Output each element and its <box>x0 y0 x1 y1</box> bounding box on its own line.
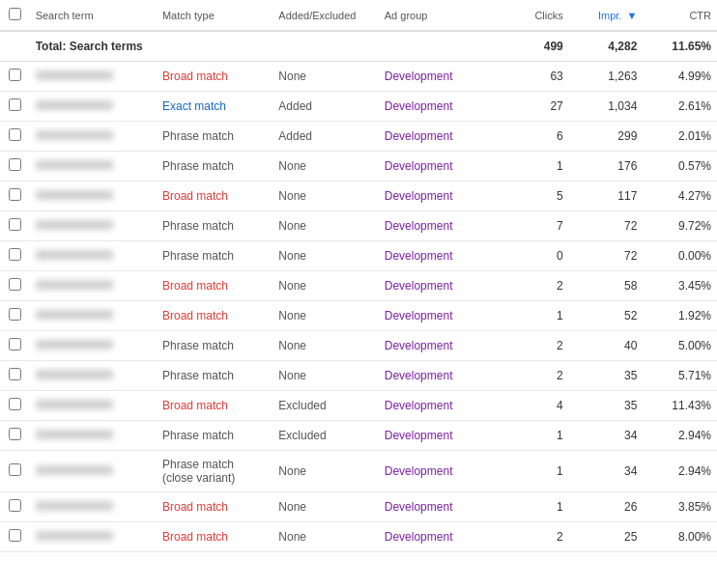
ctr-cell: 2.94% <box>643 451 717 492</box>
table-row: Broad matchNoneDevelopment631,2634.99% <box>0 62 717 92</box>
row-checkbox-cell[interactable] <box>0 152 30 182</box>
match-type-value: Phrase match <box>162 219 234 233</box>
select-all-checkbox[interactable] <box>9 8 21 20</box>
row-checkbox-cell[interactable] <box>0 271 30 301</box>
ad-group-cell[interactable]: Development <box>379 182 505 211</box>
ad-group-link[interactable]: Development <box>385 249 453 263</box>
row-checkbox-cell[interactable] <box>0 241 30 271</box>
match-type-value: Broad match <box>162 309 228 322</box>
clicks-cell: 1 <box>505 301 569 331</box>
ad-group-cell[interactable]: Development <box>379 522 505 552</box>
search-term-cell <box>30 301 157 331</box>
ad-group-link[interactable]: Development <box>385 219 453 233</box>
row-checkbox[interactable] <box>9 158 21 171</box>
row-checkbox[interactable] <box>9 428 21 440</box>
added-excluded-cell: None <box>272 522 378 552</box>
ctr-cell: 2.01% <box>643 122 717 152</box>
match-type-value: Phrase match <box>162 429 234 442</box>
table-row: Broad matchNoneDevelopment2258.00% <box>0 522 717 552</box>
ad-group-link[interactable]: Development <box>385 464 453 478</box>
total-row: Total: Search terms 499 4,282 11.65% <box>0 31 717 62</box>
clicks-cell: 2 <box>505 331 569 361</box>
ad-group-cell[interactable]: Development <box>379 152 505 182</box>
ad-group-link[interactable]: Development <box>385 530 453 544</box>
row-checkbox[interactable] <box>9 499 21 512</box>
row-checkbox-cell[interactable] <box>0 62 30 92</box>
row-checkbox-cell[interactable] <box>0 522 30 552</box>
ad-group-cell[interactable]: Development <box>379 492 505 522</box>
ad-group-cell[interactable]: Development <box>379 241 505 271</box>
row-checkbox[interactable] <box>9 463 21 476</box>
match-type-cell: Broad match <box>157 492 272 522</box>
row-checkbox[interactable] <box>9 248 21 261</box>
search-term-cell <box>30 241 157 271</box>
ad-group-link[interactable]: Development <box>385 369 453 382</box>
row-checkbox[interactable] <box>9 188 21 201</box>
ad-group-cell[interactable]: Development <box>379 92 505 122</box>
row-checkbox-cell[interactable] <box>0 421 30 451</box>
added-excluded-cell: None <box>272 301 378 331</box>
impr-sort-arrow: ▼ <box>626 10 637 21</box>
search-term-cell <box>30 62 157 92</box>
row-checkbox-cell[interactable] <box>0 122 30 152</box>
row-checkbox-cell[interactable] <box>0 331 30 361</box>
search-term-cell <box>30 522 157 552</box>
col-ad-group: Ad group <box>379 0 505 31</box>
table-row: Phrase matchNoneDevelopment2355.71% <box>0 361 717 391</box>
row-checkbox[interactable] <box>9 368 21 380</box>
ad-group-link[interactable]: Development <box>385 399 453 412</box>
clicks-cell: 1 <box>505 451 569 492</box>
ad-group-cell[interactable]: Development <box>379 211 505 241</box>
ad-group-link[interactable]: Development <box>385 309 453 322</box>
added-excluded-cell: Excluded <box>272 391 378 421</box>
ad-group-link[interactable]: Development <box>385 70 453 83</box>
row-checkbox-cell[interactable] <box>0 92 30 122</box>
row-checkbox-cell[interactable] <box>0 451 30 492</box>
impr-cell: 35 <box>569 361 644 391</box>
ad-group-cell[interactable]: Development <box>379 122 505 152</box>
row-checkbox[interactable] <box>9 398 21 410</box>
ad-group-cell[interactable]: Development <box>379 451 505 492</box>
row-checkbox-cell[interactable] <box>0 301 30 331</box>
ad-group-link[interactable]: Development <box>385 129 453 143</box>
row-checkbox[interactable] <box>9 218 21 231</box>
row-checkbox-cell[interactable] <box>0 361 30 391</box>
match-type-cell: Broad match <box>157 522 272 552</box>
ad-group-link[interactable]: Development <box>385 99 453 113</box>
row-checkbox[interactable] <box>9 98 21 111</box>
ad-group-link[interactable]: Development <box>385 339 453 352</box>
row-checkbox[interactable] <box>9 529 21 542</box>
table-row: Phrase matchAddedDevelopment62992.01% <box>0 122 717 152</box>
row-checkbox[interactable] <box>9 338 21 350</box>
total-clicks: 499 <box>505 31 569 62</box>
ad-group-cell[interactable]: Development <box>379 62 505 92</box>
row-checkbox-cell[interactable] <box>0 182 30 211</box>
row-checkbox[interactable] <box>9 128 21 141</box>
ad-group-link[interactable]: Development <box>385 159 453 173</box>
ctr-cell: 8.00% <box>643 522 717 552</box>
table-row: Phrase matchNoneDevelopment11760.57% <box>0 152 717 182</box>
added-excluded-cell: Excluded <box>272 421 378 451</box>
impr-cell: 176 <box>569 152 644 182</box>
ad-group-link[interactable]: Development <box>385 500 453 514</box>
ad-group-link[interactable]: Development <box>385 279 453 293</box>
ad-group-link[interactable]: Development <box>385 189 453 203</box>
row-checkbox-cell[interactable] <box>0 492 30 522</box>
row-checkbox-cell[interactable] <box>0 391 30 421</box>
ad-group-cell[interactable]: Development <box>379 271 505 301</box>
added-excluded-cell: None <box>272 361 378 391</box>
added-excluded-cell: Added <box>272 92 378 122</box>
impr-cell: 1,034 <box>569 92 644 122</box>
ad-group-cell[interactable]: Development <box>379 331 505 361</box>
row-checkbox[interactable] <box>9 308 21 321</box>
select-all-checkbox-header[interactable] <box>0 0 30 31</box>
ad-group-cell[interactable]: Development <box>379 301 505 331</box>
ad-group-cell[interactable]: Development <box>379 391 505 421</box>
row-checkbox-cell[interactable] <box>0 211 30 241</box>
row-checkbox[interactable] <box>9 69 21 81</box>
ad-group-cell[interactable]: Development <box>379 421 505 451</box>
col-impr[interactable]: Impr. ▼ <box>569 0 644 31</box>
ad-group-cell[interactable]: Development <box>379 361 505 391</box>
row-checkbox[interactable] <box>9 278 21 291</box>
ad-group-link[interactable]: Development <box>385 429 453 442</box>
